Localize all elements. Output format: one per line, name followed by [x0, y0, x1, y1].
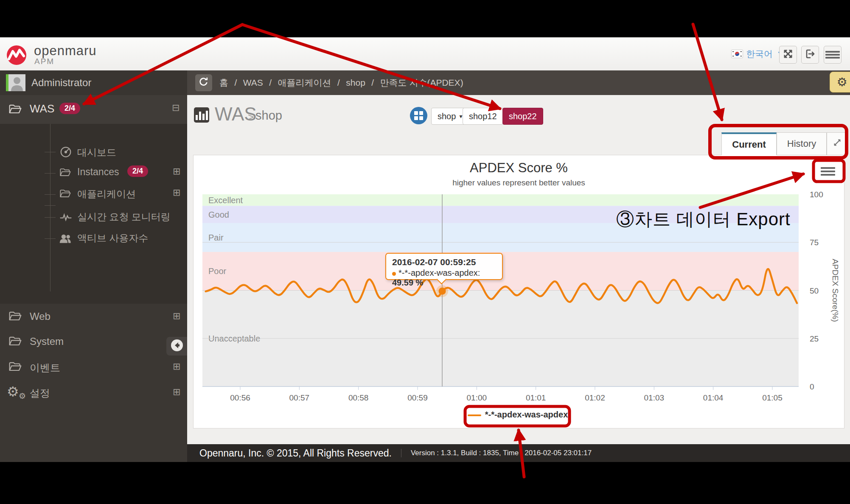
header-menu-button[interactable]	[824, 46, 842, 64]
folder-open-icon	[8, 310, 22, 325]
expand-plus-icon[interactable]: ⊞	[173, 361, 180, 372]
chart-legend-item[interactable]: *-*-apdex-was-apdex	[467, 410, 569, 420]
page-settings-button[interactable]: ⚙	[830, 72, 850, 92]
band-label: Excellent	[208, 196, 243, 205]
sign-out-icon	[805, 49, 815, 61]
screenshot-stage: openmaru APM 한국어	[0, 0, 850, 504]
footer-copyright: Opennaru, Inc. © 2015, All Rights Reserv…	[199, 448, 392, 459]
tooltip-series: *-*-apdex-was-apdex	[398, 268, 478, 277]
avatar	[8, 74, 25, 91]
app-header: openmaru APM 한국어	[0, 37, 850, 71]
breadcrumb-home[interactable]: 홈	[219, 78, 228, 87]
sidebar-root-items: Web ⊞ System ⊞ 이벤트 ⊞ ⚙ ⚙ 설정 ⊞	[0, 236, 187, 406]
tooltip-time: 2016-02-07 00:59:25	[392, 257, 496, 267]
sidebar-item-was[interactable]: WAS 2/4 ⊟	[0, 95, 187, 124]
chart-export-menu-button[interactable]	[817, 164, 839, 179]
x-tick-label: 01:00	[467, 393, 487, 402]
y-tick-label: 0	[810, 382, 814, 391]
realtime-monitoring-icon	[59, 210, 72, 225]
breadcrumb-shop[interactable]: shop	[346, 78, 365, 87]
sidebar-item-label: WAS	[30, 102, 54, 115]
x-tick-label: 01:02	[585, 393, 605, 402]
folder-open-icon	[59, 167, 71, 180]
hamburger-icon	[825, 50, 840, 60]
x-tick-label: 00:59	[407, 393, 428, 402]
instances-badge: 2/4	[127, 165, 148, 177]
chart-tooltip: 2016-02-07 00:59:25 *-*-apdex-was-apdex:…	[385, 253, 503, 280]
expand-plus-icon[interactable]: ⊞	[173, 187, 180, 198]
folder-open-icon	[59, 188, 71, 202]
band-good	[202, 206, 799, 223]
page-title-separator: >	[248, 111, 254, 123]
openmaru-logo-icon	[6, 45, 27, 65]
x-tick-label: 00:57	[289, 393, 310, 402]
server-button-shop12[interactable]: shop12	[463, 108, 503, 125]
th-large-icon	[414, 111, 423, 120]
sidebar-collapse-button[interactable]	[166, 337, 187, 356]
x-tick-label: 01:03	[644, 393, 665, 402]
gears-icon-small: ⚙	[19, 391, 26, 400]
legend-label: *-*-apdex-was-apdex	[485, 410, 568, 419]
sidebar-item-dashboard[interactable]: 대시보드	[77, 146, 116, 159]
x-tick-label: 00:58	[348, 393, 369, 402]
dashboard-gauge-icon	[59, 145, 72, 160]
folder-open-icon	[8, 360, 22, 375]
refresh-button[interactable]	[195, 74, 212, 91]
page-subtitle: shop	[255, 109, 282, 123]
sidebar-user[interactable]: Administrator	[0, 70, 187, 95]
folder-open-icon	[8, 103, 22, 118]
footer-version: Version : 1.3.1, Build : 1835, Time : 20…	[401, 449, 592, 457]
arrow-left-circle-icon	[171, 339, 183, 353]
breadcrumb-applications[interactable]: 애플리케이션	[278, 78, 331, 87]
language-selector[interactable]: 한국어	[746, 48, 784, 60]
gears-icon: ⚙	[7, 384, 19, 400]
band-label: Good	[208, 210, 229, 219]
korea-flag-icon	[731, 50, 743, 58]
collapse-minus-icon[interactable]: ⊟	[172, 102, 180, 113]
sidebar: Administrator WAS 2/4 ⊟	[0, 70, 187, 462]
breadcrumb-was[interactable]: WAS	[243, 78, 263, 87]
tab-current[interactable]: Current	[721, 132, 777, 155]
band-label: Pair	[208, 233, 224, 242]
server-button-shop22[interactable]: shop22	[502, 108, 543, 125]
tab-history[interactable]: History	[777, 132, 827, 155]
sidebar-item-system[interactable]: System	[30, 336, 64, 347]
sidebar-item-instances[interactable]: Instances	[77, 166, 119, 178]
logout-button[interactable]	[801, 46, 819, 64]
chart-subtitle: higher values represent better values	[193, 178, 844, 188]
breadcrumb-bar: 홈 / WAS / 애플리케이션 / shop / 만족도 지수(APDEX) …	[187, 70, 850, 95]
marker-point	[439, 288, 446, 295]
expand-plus-icon[interactable]: ⊞	[173, 166, 180, 176]
expand-plus-icon[interactable]: ⊞	[173, 386, 180, 397]
y-tick-label: 100	[810, 191, 823, 199]
expand-plus-icon[interactable]: ⊞	[173, 311, 180, 321]
y-tick-label: 75	[810, 238, 819, 247]
x-tick-label: 01:04	[703, 393, 724, 402]
fullscreen-button[interactable]	[779, 46, 797, 64]
footer: Opennaru, Inc. © 2015, All Rights Reserv…	[187, 444, 850, 462]
x-tick-label: 01:05	[762, 393, 783, 402]
sidebar-item-applications[interactable]: 애플리케이션	[77, 188, 136, 201]
band-label: Poor	[208, 266, 227, 276]
caret-down-icon: ▾	[459, 113, 462, 120]
bar-chart-icon	[194, 107, 209, 123]
apdex-line-chart: ExcellentGoodPairPoorUnacceptable00:5600…	[195, 191, 844, 405]
x-tick-label: 01:01	[526, 393, 546, 402]
user-name: Administrator	[31, 77, 91, 89]
sidebar-item-realtime-monitoring[interactable]: 실시간 요청 모니터링	[77, 210, 171, 224]
x-tick-label: 00:56	[230, 393, 250, 402]
sidebar-item-web[interactable]: Web	[30, 311, 50, 322]
y-tick-label: 50	[810, 286, 819, 295]
language-label: 한국어	[746, 49, 773, 59]
sidebar-item-settings[interactable]: 설정	[30, 386, 50, 400]
legend-line-icon	[468, 414, 481, 416]
sidebar-item-events[interactable]: 이벤트	[30, 361, 60, 375]
series-dot-icon	[392, 272, 396, 276]
band-excellent	[202, 194, 799, 206]
band-pair	[202, 223, 799, 252]
server-grid-button[interactable]	[410, 107, 427, 124]
brand-product: APM	[34, 57, 54, 66]
y-tick-label: 25	[810, 334, 819, 343]
tab-expand-button[interactable]	[827, 132, 848, 155]
folder-open-icon	[8, 335, 22, 350]
